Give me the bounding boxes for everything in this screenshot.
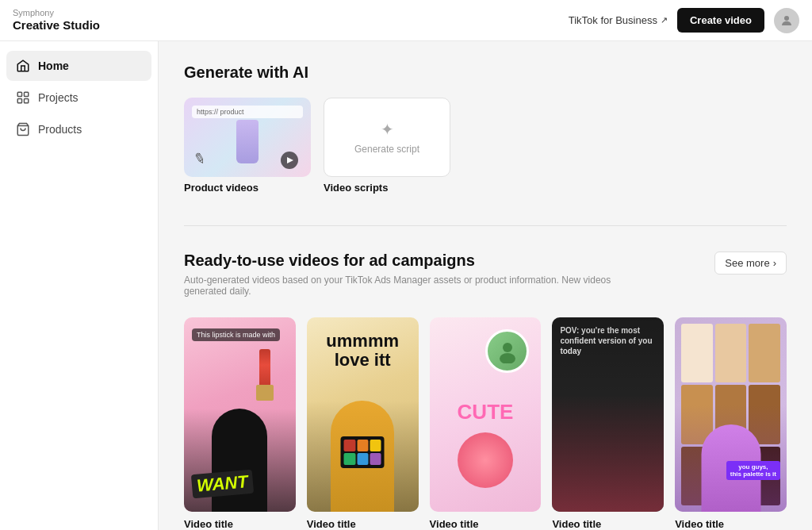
app-logo: Symphony Creative Studio (13, 8, 100, 33)
main-content: Generate with AI https:// product ✎ (159, 41, 812, 530)
pc1 (681, 324, 713, 382)
ready-section-titles: Ready-to-use videos for ad campaigns Aut… (184, 252, 620, 313)
video-card-4[interactable]: POV: you're the most confident version o… (552, 317, 664, 530)
video-scripts-card-wrapper: ✦ Generate script Video scripts (324, 98, 450, 194)
svg-rect-3 (17, 99, 21, 103)
ready-section-subtitle: Auto-generated videos based on your TikT… (184, 275, 620, 297)
create-video-button[interactable]: Create video (677, 8, 764, 33)
script-card-inner: ✦ Generate script (324, 98, 450, 176)
chevron-right-icon: › (773, 257, 776, 269)
video-title-4: Video title (552, 518, 664, 530)
ai-cards-container: https:// product ✎ Product videos ✦ (184, 98, 787, 194)
video-card-1[interactable]: This lipstick is made with WANT Video ti… (184, 317, 296, 530)
logo-bottom: Creative Studio (13, 18, 100, 33)
external-link-icon: ↗ (661, 15, 668, 25)
person-circle-icon (485, 329, 529, 373)
person-silhouette (212, 409, 267, 512)
ai-section-title: Generate with AI (184, 63, 787, 82)
product-videos-card-wrapper: https:// product ✎ Product videos (184, 98, 311, 194)
video-thumb-3: CUTE (430, 317, 542, 512)
sidebar-item-products[interactable]: Products (6, 114, 151, 144)
video-title-5: Video title (675, 518, 787, 530)
product-videos-label: Product videos (184, 182, 311, 194)
video-scripts-card[interactable]: ✦ Generate script (324, 98, 450, 177)
ready-section-title: Ready-to-use videos for ad campaigns (184, 252, 620, 270)
product-bottle-icon (236, 120, 259, 163)
video-title-3: Video title (430, 518, 542, 530)
lip-product-icon (458, 432, 513, 488)
play-button-small (281, 152, 298, 169)
logo-top: Symphony (13, 8, 100, 18)
video-card-5[interactable]: you guys,this palette is it Video title … (675, 317, 787, 530)
product-card-inner: https:// product ✎ (184, 98, 311, 177)
red-gradient (552, 395, 664, 512)
svg-rect-4 (25, 99, 29, 103)
sidebar-item-home[interactable]: Home (6, 51, 151, 81)
svg-rect-2 (25, 92, 29, 96)
section-divider (184, 225, 787, 226)
you-guys-tag: you guys,this palette is it (726, 461, 780, 480)
pd1 (344, 440, 355, 451)
svg-point-0 (784, 16, 789, 21)
svg-point-7 (500, 353, 515, 363)
product-videos-card[interactable]: https:// product ✎ (184, 98, 311, 177)
sparkle-icon: ✦ (381, 120, 394, 139)
tiktok-business-link[interactable]: TikTok for Business ↗ (569, 14, 668, 26)
video-card-3[interactable]: CUTE Video title Feb 6, 2024 (430, 317, 542, 530)
thumb-3-overlay: CUTE (430, 317, 542, 512)
lipstick-text-tag: This lipstick is made with (192, 328, 280, 341)
app-header: Symphony Creative Studio TikTok for Busi… (0, 0, 812, 41)
lipstick-base-icon (256, 385, 274, 401)
pd4 (344, 453, 355, 465)
sidebar-item-projects[interactable]: Projects (6, 83, 151, 113)
url-bar: https:// product (192, 106, 303, 118)
svg-point-6 (503, 343, 512, 352)
cute-badge: CUTE (458, 400, 514, 424)
thumb-5-overlay: you guys,this palette is it (675, 317, 787, 512)
squiggle-icon: ✎ (191, 148, 207, 168)
pd2 (357, 440, 368, 451)
play-icon (287, 157, 293, 163)
user-avatar[interactable] (774, 8, 799, 33)
svg-rect-1 (17, 92, 21, 96)
pd3 (370, 440, 381, 451)
video-thumb-5: you guys,this palette is it (675, 317, 787, 512)
lipstick-shape-icon (259, 349, 270, 389)
video-scripts-label: Video scripts (324, 182, 450, 194)
video-thumb-4: POV: you're the most confident version o… (552, 317, 664, 512)
ready-section-header: Ready-to-use videos for ad campaigns Aut… (184, 252, 787, 313)
pc2 (715, 324, 747, 382)
home-icon (16, 59, 30, 73)
video-title-2: Video title (307, 518, 419, 530)
video-grid: This lipstick is made with WANT Video ti… (184, 317, 787, 530)
video-title-1: Video title (184, 518, 296, 530)
thumb-2-overlay: ummmmlove itt (307, 317, 419, 512)
projects-icon (16, 90, 30, 105)
thumb-1-overlay: This lipstick is made with WANT (184, 317, 296, 512)
umm-text-tag: ummmmlove itt (307, 332, 419, 370)
generate-script-label: Generate script (354, 144, 419, 155)
pc3 (749, 324, 780, 382)
video-thumb-2: ummmmlove itt (307, 317, 419, 512)
sidebar-item-projects-label: Projects (38, 91, 79, 104)
pd6 (370, 453, 381, 465)
sidebar-item-products-label: Products (38, 123, 82, 136)
sidebar-item-home-label: Home (38, 60, 69, 72)
thumb-4-overlay: POV: you're the most confident version o… (552, 317, 664, 512)
video-thumb-1: This lipstick is made with WANT (184, 317, 296, 512)
sidebar: Home Projects Products (0, 41, 159, 530)
video-card-2[interactable]: ummmmlove itt (307, 317, 419, 530)
pd5 (357, 453, 368, 465)
app-layout: Home Projects Products Generate with AI (0, 41, 812, 530)
see-more-button[interactable]: See more › (714, 252, 787, 275)
products-icon (16, 122, 30, 136)
header-right: TikTok for Business ↗ Create video (569, 8, 799, 33)
makeup-palette-icon (341, 436, 385, 468)
